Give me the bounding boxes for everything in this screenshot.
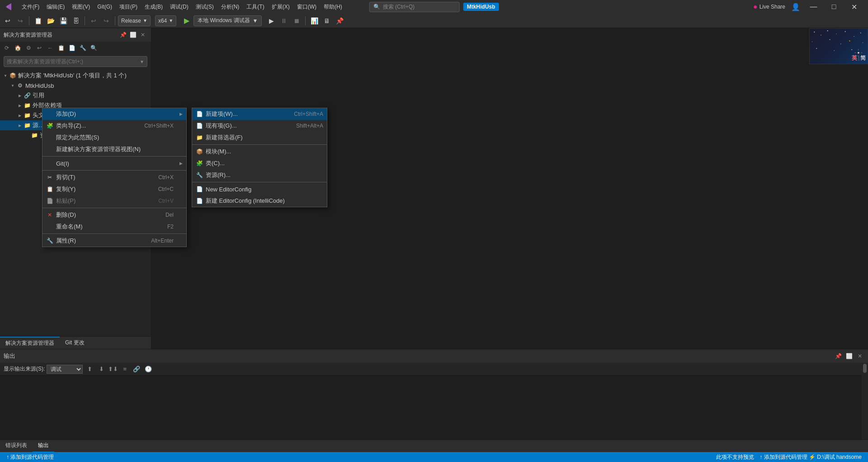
toolbar-debug-2[interactable]: ⏸ — [278, 15, 290, 27]
sub-new-item[interactable]: 📄 新建项(W)... Ctrl+Shift+A — [192, 108, 327, 120]
toolbar-perf[interactable]: 📊 — [308, 15, 320, 27]
menu-help[interactable]: 帮助(H) — [320, 0, 346, 14]
ctx-scope[interactable]: 限定为此范围(S) — [42, 132, 186, 143]
status-no-preview[interactable]: 此项不支持预览 — [713, 452, 757, 462]
se-back-btn[interactable]: ← — [45, 43, 55, 53]
debugger-dropdown[interactable]: 本地 Windows 调试器 ▼ — [193, 15, 262, 26]
platform-dropdown[interactable]: x64 ▼ — [155, 15, 176, 26]
ctx-new-view[interactable]: 新建解决方案资源管理器视图(N) — [42, 143, 186, 155]
pin-button[interactable]: 📌 — [118, 30, 127, 39]
ctx-delete[interactable]: ✕ 删除(D) Del — [42, 209, 186, 221]
live-share-button[interactable]: ● Live Share — [750, 2, 788, 12]
toolbar-new-project[interactable]: 📋 — [32, 15, 44, 27]
sub-intellicode[interactable]: 📄 新建 EditorConfig (IntelliCode) — [192, 195, 327, 207]
output-pin-btn[interactable]: 📌 — [834, 352, 843, 361]
se-copy-btn[interactable]: 📋 — [56, 43, 66, 53]
search-dropdown-icon[interactable]: ▼ — [140, 59, 144, 64]
menu-analyze[interactable]: 分析(N) — [217, 0, 243, 14]
ctx-git[interactable]: Git(I) — [42, 157, 186, 169]
menu-test[interactable]: 测试(S) — [192, 0, 217, 14]
output-scrollbar[interactable] — [862, 363, 868, 452]
ctx-new-view-label: 新建解决方案资源管理器视图(N) — [56, 145, 183, 153]
sub-resource[interactable]: 🔧 资源(R)... — [192, 169, 327, 181]
maximize-button[interactable]: □ — [824, 0, 844, 14]
output-btn-4[interactable]: ≡ — [120, 364, 130, 374]
menu-edit[interactable]: 编辑(E) — [43, 0, 68, 14]
tree-project[interactable]: ▼ ⚙ MtkHidUsb — [0, 81, 151, 90]
status-git-icon: ↑ — [6, 454, 9, 460]
menu-project[interactable]: 项目(P) — [116, 0, 141, 14]
menu-view[interactable]: 视图(V) — [68, 0, 94, 14]
ctx-rename[interactable]: 重命名(M) F2 — [42, 221, 186, 233]
toolbar-redo[interactable]: ↪ — [100, 15, 112, 27]
se-props-btn[interactable]: 🔧 — [78, 43, 88, 53]
minimize-button[interactable]: — — [803, 0, 824, 14]
output-close-btn[interactable]: ✕ — [855, 352, 864, 361]
run-button[interactable]: ▶ — [181, 15, 193, 27]
sub-module-label: 模块(M)... — [206, 148, 323, 156]
live-share-icon: ● — [753, 3, 758, 11]
output-btn-1[interactable]: ⬆ — [85, 364, 94, 374]
toolbar-screen[interactable]: 🖥 — [321, 15, 333, 27]
menu-extensions[interactable]: 扩展(X) — [268, 0, 293, 14]
output-float-btn[interactable]: ⬜ — [844, 352, 854, 361]
output-btn-2[interactable]: ⬇ — [96, 364, 106, 374]
ctx-paste-label: 粘贴(P) — [56, 197, 156, 205]
close-button[interactable]: ✕ — [844, 0, 864, 14]
close-panel-button[interactable]: ✕ — [138, 30, 147, 39]
ctx-paste[interactable]: 📄 粘贴(P) Ctrl+V — [42, 195, 186, 207]
output-btn-6[interactable]: 🕐 — [143, 364, 153, 374]
se-filter-btn[interactable]: 🔍 — [89, 43, 99, 53]
se-home-btn[interactable]: 🏠 — [13, 43, 23, 53]
menu-build[interactable]: 生成(B) — [141, 0, 166, 14]
sub-new-filter[interactable]: 📁 新建筛选器(F) — [192, 132, 327, 143]
ctx-cut[interactable]: ✂ 剪切(T) Ctrl+X — [42, 171, 186, 183]
ctx-properties[interactable]: 🔧 属性(R) Alt+Enter — [42, 235, 186, 247]
output-scrollbar-thumb[interactable] — [863, 364, 867, 373]
menu-debug[interactable]: 调试(D) — [166, 0, 192, 14]
float-button[interactable]: ⬜ — [128, 30, 137, 39]
sub-existing[interactable]: 📄 现有项(G)... Shift+Alt+A — [192, 120, 327, 132]
menu-git[interactable]: Git(G) — [94, 0, 116, 14]
output-btn-3[interactable]: ⬆⬇ — [108, 364, 118, 374]
toolbar-undo[interactable]: ↩ — [88, 15, 99, 27]
search-input[interactable] — [7, 58, 138, 65]
se-refresh-btn[interactable]: ↩ — [34, 43, 44, 53]
title-search-box[interactable]: 🔍 搜索 (Ctrl+Q) — [369, 2, 460, 12]
sub-module[interactable]: 📦 模块(M)... — [192, 146, 327, 157]
tab-output[interactable]: 输出 — [33, 440, 54, 452]
toolbar-open[interactable]: 📂 — [45, 15, 57, 27]
account-button[interactable]: 👤 — [790, 1, 802, 13]
se-new-btn[interactable]: 📄 — [67, 43, 77, 53]
toolbar-btn-1[interactable]: ↩ — [2, 15, 14, 27]
menu-window[interactable]: 窗口(W) — [293, 0, 320, 14]
minimap-char1: 英 — [852, 54, 857, 62]
se-tab-git[interactable]: Git 更改 — [60, 337, 90, 349]
svg-point-1 — [821, 35, 821, 36]
config-dropdown[interactable]: Release ▼ — [118, 15, 151, 26]
toolbar-btn-2[interactable]: ↪ — [14, 15, 26, 27]
output-source-select[interactable]: 调试 — [47, 365, 83, 374]
se-tab-solution[interactable]: 解决方案资源管理器 — [0, 337, 60, 349]
toolbar-save[interactable]: 💾 — [57, 15, 69, 27]
ctx-copy[interactable]: 📋 复制(Y) Ctrl+C — [42, 183, 186, 195]
status-git[interactable]: ↑ 添加到源代码管理 — [4, 452, 57, 462]
status-debug-info[interactable]: ↑ 添加到源代码管理 ⚡ D:\调试 handsome — [757, 452, 864, 462]
se-settings-btn[interactable]: ⚙ — [24, 43, 33, 53]
toolbar-save-all[interactable]: 🗄 — [70, 15, 82, 27]
menu-tools[interactable]: 工具(T) — [243, 0, 268, 14]
tab-errors[interactable]: 错误列表 — [0, 440, 33, 452]
ctx-class-wizard[interactable]: 🧩 类向导(Z)... Ctrl+Shift+X — [42, 120, 186, 132]
output-btn-5[interactable]: 🔗 — [132, 364, 142, 374]
toolbar-debug-continue[interactable]: ▶ — [265, 15, 277, 27]
menu-file[interactable]: 文件(F) — [18, 0, 43, 14]
se-sync-btn[interactable]: ⟳ — [2, 43, 12, 53]
sub-class[interactable]: 🧩 类(C)... — [192, 157, 327, 169]
panel-search[interactable]: ▼ — [4, 56, 147, 67]
ctx-add[interactable]: 添加(D) — [42, 108, 186, 120]
tree-references[interactable]: ▶ 🔗 引用 — [0, 90, 151, 100]
toolbar-extra[interactable]: 📌 — [334, 15, 345, 27]
tree-solution-root[interactable]: ▼ 📦 解决方案 'MtkHidUsb' (1 个项目，共 1 个) — [0, 71, 151, 81]
toolbar-debug-3[interactable]: ⏹ — [291, 15, 302, 27]
sub-editorconfig[interactable]: 📄 New EditorConfig — [192, 183, 327, 195]
